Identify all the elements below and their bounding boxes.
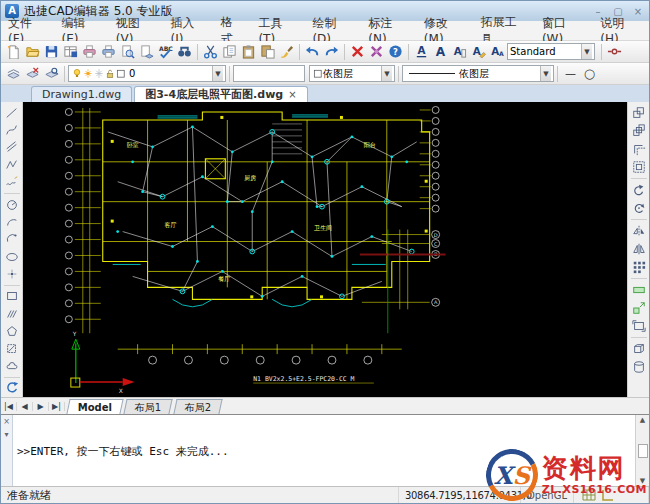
copy-tool-icon[interactable] (629, 104, 648, 122)
print-icon[interactable] (99, 43, 118, 61)
delete-alt-icon[interactable] (367, 43, 386, 61)
scroll-thumb[interactable] (638, 444, 648, 458)
chevron-down-icon[interactable]: ▼ (581, 44, 592, 59)
polyline-tool-icon[interactable] (2, 156, 21, 173)
rotate-tool-icon[interactable] (629, 181, 648, 199)
chevron-down-icon[interactable]: ▼ (540, 66, 551, 81)
array-tool-icon[interactable] (629, 258, 648, 276)
polygon-tool-icon[interactable] (2, 322, 21, 339)
command-expand-icon[interactable]: ▾ (4, 430, 8, 439)
first-layout-button[interactable]: |◀ (1, 402, 17, 411)
tab-layout1[interactable]: 布局1 (124, 399, 174, 414)
layer-color-swatch[interactable] (115, 68, 126, 79)
mirror-tool-icon[interactable] (629, 222, 648, 240)
layer-combo[interactable]: 0 ▼ (68, 65, 226, 82)
color-combo[interactable]: 依图层 ▼ (309, 65, 395, 82)
text-edit-icon[interactable]: A (450, 43, 469, 61)
line-tool-icon[interactable] (2, 104, 21, 121)
spline-tool-icon[interactable] (2, 121, 21, 138)
rotate-reference-tool-icon[interactable] (629, 199, 648, 217)
ortho-toggle-icon[interactable] (600, 489, 614, 501)
bulb-icon[interactable] (71, 68, 82, 79)
chevron-down-icon[interactable]: ▼ (212, 66, 223, 81)
link-icon[interactable] (605, 43, 624, 61)
double-line-tool-icon[interactable] (2, 139, 21, 156)
text-scale-icon[interactable]: AA (488, 43, 507, 61)
save-icon[interactable] (42, 43, 61, 61)
command-window[interactable]: × ▾ >>ENTER, 按一下右键或 Esc 来完成... '_.ZOOM Z… (1, 414, 649, 486)
layers-icon[interactable] (4, 65, 23, 83)
tab-layout2[interactable]: 布局2 (173, 399, 223, 414)
export-icon[interactable] (137, 43, 156, 61)
open-file-icon[interactable] (23, 43, 42, 61)
scroll-down-icon[interactable]: ▼ (640, 477, 645, 485)
circle-tool-icon[interactable]: ○ (580, 65, 599, 83)
command-history[interactable]: >>ENTER, 按一下右键或 Esc 来完成... '_.ZOOM Zoom:… (13, 415, 635, 486)
tab-model[interactable]: Model (66, 399, 123, 414)
hatch-tool-icon[interactable] (2, 305, 21, 322)
command-scrollbar[interactable]: ▲ ▼ (635, 415, 649, 486)
arc-3point-tool-icon[interactable] (2, 231, 21, 248)
zoom-window-tool-icon[interactable] (629, 317, 648, 335)
cylinder-tool-icon[interactable] (629, 358, 648, 376)
grid-toggle-icon[interactable] (582, 489, 596, 501)
ucs-icon: Y X (71, 330, 135, 394)
tab-floorplan[interactable]: 图3-4底层电照平面图.dwg × (134, 86, 307, 102)
last-layout-button[interactable]: ▶| (49, 402, 65, 411)
scale-tool-icon[interactable] (629, 299, 648, 317)
text-style-icon[interactable]: A (469, 43, 488, 61)
text-icon[interactable]: A (431, 43, 450, 61)
plot-icon[interactable] (80, 43, 99, 61)
new-file-icon[interactable] (4, 43, 23, 61)
circle-tool-icon[interactable] (2, 196, 21, 213)
paste-icon[interactable] (239, 43, 258, 61)
prev-layout-button[interactable]: ◀ (17, 402, 33, 411)
revision-cloud-tool-icon[interactable] (2, 357, 21, 374)
point-tool-icon[interactable] (2, 265, 21, 282)
ellipse-tool-icon[interactable] (2, 248, 21, 265)
color-swatch (312, 68, 323, 79)
boundary-hatch-tool-icon[interactable] (2, 340, 21, 357)
undo-icon[interactable] (303, 43, 322, 61)
tab-drawing1[interactable]: Drawing1.dwg (31, 86, 132, 102)
next-layout-button[interactable]: ▶ (33, 402, 49, 411)
box-tool-icon[interactable] (629, 340, 648, 358)
spell-check-icon[interactable]: ABC (156, 43, 175, 61)
regen-icon[interactable] (2, 380, 21, 397)
linetype-combo[interactable]: 依图层 ▼ (402, 65, 554, 82)
cut-icon[interactable] (201, 43, 220, 61)
delete-icon[interactable] (348, 43, 367, 61)
arc-tool-icon[interactable] (2, 213, 21, 230)
empty-combo[interactable] (233, 65, 305, 82)
layer-search-icon[interactable] (42, 65, 61, 83)
copy-multiple-tool-icon[interactable] (629, 122, 648, 140)
redo-icon[interactable] (322, 43, 341, 61)
freeze-icon[interactable] (93, 68, 104, 79)
find-icon[interactable] (175, 43, 194, 61)
text-style-combo[interactable]: Standard ▼ (507, 43, 595, 60)
sketch-tool-icon[interactable] (2, 174, 21, 191)
save-all-icon[interactable] (61, 43, 80, 61)
chevron-down-icon[interactable]: ▼ (381, 66, 392, 81)
layer-off-icon[interactable] (23, 65, 42, 83)
help-icon[interactable]: ? (386, 43, 405, 61)
print-preview-icon[interactable] (118, 43, 137, 61)
document-tab-bar: Drawing1.dwg 图3-4底层电照平面图.dwg × (1, 85, 649, 102)
lineweight-icon[interactable]: — (561, 65, 580, 83)
stretch-tool-icon[interactable] (629, 281, 648, 299)
format-painter-icon[interactable] (277, 43, 296, 61)
sun-icon[interactable] (82, 68, 93, 79)
drawing-canvas[interactable]: 卧室 客厅 厨房 卫生间 餐厅 阳台 (23, 102, 627, 397)
paste-special-icon[interactable] (258, 43, 277, 61)
array-rect-tool-icon[interactable] (629, 158, 648, 176)
offset-tool-icon[interactable] (629, 140, 648, 158)
rectangle-tool-icon[interactable] (2, 288, 21, 305)
copy-icon[interactable] (220, 43, 239, 61)
text-underline-icon[interactable]: A (412, 43, 431, 61)
layout-tab-bar: |◀ ◀ ▶ ▶| Model 布局1 布局2 (1, 397, 649, 414)
tab-close-icon[interactable]: × (288, 89, 296, 100)
scroll-up-icon[interactable]: ▲ (640, 416, 645, 424)
unlock-icon[interactable] (104, 68, 115, 79)
mirror-line-tool-icon[interactable] (629, 240, 648, 258)
command-close-icon[interactable]: × (3, 417, 10, 426)
